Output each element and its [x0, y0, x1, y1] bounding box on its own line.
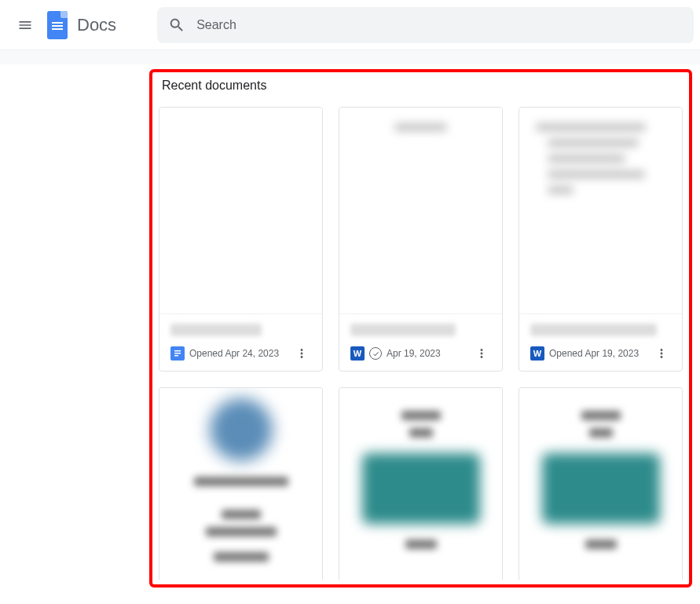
document-footer: W Opened Apr 19, 2023 [519, 313, 682, 371]
docs-file-icon [170, 346, 185, 361]
more-vert-icon [295, 346, 309, 361]
documents-grid: Opened Apr 24, 2023 [159, 107, 683, 580]
more-options-button[interactable] [652, 344, 671, 363]
document-meta: W Apr 19, 2023 [350, 344, 491, 363]
document-title [530, 324, 657, 336]
more-vert-icon [475, 346, 489, 361]
document-title [350, 324, 456, 336]
search-box[interactable] [157, 7, 694, 43]
svg-rect-0 [174, 350, 181, 352]
template-strip [0, 50, 700, 64]
app-logo-link[interactable]: Docs [47, 11, 116, 39]
document-card[interactable] [159, 387, 323, 580]
search-input[interactable] [196, 18, 683, 32]
document-card[interactable]: W Opened Apr 19, 2023 [519, 107, 683, 372]
svg-rect-1 [174, 353, 181, 354]
more-vert-icon [654, 346, 669, 361]
document-date: Opened Apr 19, 2023 [549, 348, 647, 359]
document-thumbnail [159, 388, 322, 580]
document-thumbnail [159, 108, 322, 313]
document-date: Opened Apr 24, 2023 [189, 348, 288, 359]
document-thumbnail [339, 388, 502, 580]
document-card[interactable]: W Apr 19, 2023 [339, 107, 503, 372]
document-meta: Opened Apr 24, 2023 [170, 344, 311, 363]
app-name: Docs [77, 15, 116, 35]
document-meta: W Opened Apr 19, 2023 [530, 344, 671, 363]
more-options-button[interactable] [472, 344, 491, 363]
word-file-icon: W [350, 346, 365, 361]
document-date: Apr 19, 2023 [387, 348, 467, 359]
document-footer: Opened Apr 24, 2023 [159, 313, 322, 371]
document-thumbnail [519, 108, 682, 313]
hamburger-icon [17, 17, 33, 33]
document-card[interactable]: Opened Apr 24, 2023 [159, 107, 323, 372]
document-title [170, 324, 262, 336]
document-card[interactable] [519, 387, 683, 580]
docs-logo-icon [47, 11, 68, 39]
word-file-icon: W [530, 346, 544, 361]
app-header: Docs [0, 0, 700, 50]
document-footer: W Apr 19, 2023 [339, 313, 502, 371]
main-content: Recent documents Opened Apr 24, [0, 69, 700, 588]
more-options-button[interactable] [292, 344, 311, 363]
recent-documents-section: Recent documents Opened Apr 24, [149, 69, 692, 588]
offline-available-icon [369, 347, 382, 360]
search-icon [168, 16, 185, 34]
document-thumbnail [519, 388, 682, 580]
document-thumbnail [339, 108, 502, 313]
main-menu-button[interactable] [6, 6, 44, 44]
document-card[interactable] [339, 387, 503, 580]
svg-rect-2 [174, 355, 178, 357]
section-title: Recent documents [162, 79, 683, 93]
